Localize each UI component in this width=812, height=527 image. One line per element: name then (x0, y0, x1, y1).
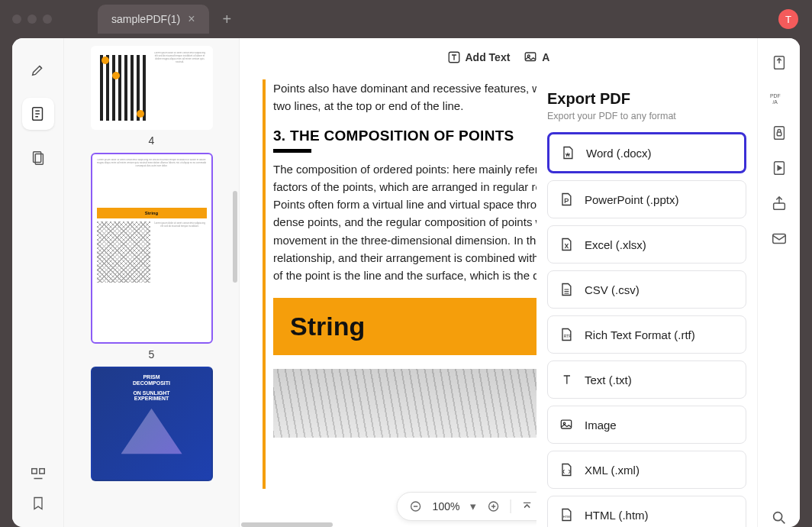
option-label: Word (.docx) (586, 147, 652, 160)
export-title: Export PDF (547, 90, 746, 108)
mail-icon[interactable] (770, 229, 788, 247)
share-icon[interactable] (770, 194, 788, 212)
horizontal-scrollbar[interactable] (241, 522, 333, 527)
add-image-label: A (542, 51, 549, 63)
minimize-window[interactable] (27, 15, 37, 24)
svg-text:HTM: HTM (563, 515, 571, 519)
export-subtitle: Export your PDF to any format (547, 111, 746, 121)
form-icon (30, 466, 47, 483)
highlighter-tool[interactable] (22, 53, 54, 86)
svg-rect-17 (774, 127, 784, 140)
left-tool-rail (12, 38, 64, 527)
zoom-dropdown[interactable]: ▾ (470, 500, 476, 513)
separator (510, 500, 511, 513)
option-label: CSV (.csv) (585, 283, 640, 296)
right-tool-rail: PDF/A (757, 38, 800, 527)
pages-icon (30, 150, 47, 167)
ppt-icon (559, 192, 574, 207)
export-option-excel[interactable]: Excel (.xlsx) (547, 225, 746, 264)
export-option-powerpoint[interactable]: PowerPoint (.pptx) (547, 180, 746, 218)
export-option-txt[interactable]: Text (.txt) (547, 360, 746, 399)
bookmark-tool[interactable] (31, 495, 46, 512)
svg-point-22 (773, 512, 781, 521)
thumbnail-panel[interactable]: Lorem ipsum dolor sit amet consectetur a… (64, 38, 240, 527)
close-tab-icon[interactable]: × (188, 12, 195, 26)
first-page-button[interactable] (521, 501, 532, 512)
tab-title: samplePDF(1) (111, 13, 180, 25)
export-option-xml[interactable]: XML (.xml) (547, 451, 746, 489)
option-label: HTML (.htm) (585, 509, 649, 522)
user-avatar[interactable]: T (778, 9, 798, 29)
option-label: Text (.txt) (585, 373, 632, 386)
word-icon (560, 145, 575, 160)
csv-icon (559, 282, 574, 297)
svg-text:/A: /A (772, 99, 778, 105)
image-icon (559, 417, 574, 432)
svg-rect-21 (772, 234, 785, 244)
option-label: Image (585, 419, 617, 432)
window-controls (12, 15, 52, 24)
protect-icon[interactable] (770, 124, 788, 142)
window-titlebar: samplePDF(1) × + T (0, 0, 812, 38)
svg-rect-20 (773, 203, 785, 209)
form-tool[interactable] (30, 466, 47, 483)
avatar-initial: T (785, 14, 791, 25)
document-tab[interactable]: samplePDF(1) × (98, 5, 209, 34)
close-window[interactable] (12, 15, 21, 24)
thumbnail-4[interactable]: Lorem ipsum dolor sit amet consectetur a… (79, 46, 224, 147)
top-toolbar: Add Text A (240, 38, 757, 76)
txt-icon (559, 372, 574, 387)
thumbnail-5[interactable]: Lorem ipsum dolor sit amet consectetur a… (79, 153, 224, 360)
option-label: Excel (.xlsx) (585, 238, 646, 251)
play-icon[interactable] (770, 159, 788, 177)
rtf-icon: RTF (559, 327, 574, 342)
export-option-html[interactable]: HTM HTML (.htm) (547, 496, 746, 527)
annotate-tool[interactable] (22, 98, 54, 130)
thumbs-scrollbar[interactable] (233, 191, 237, 283)
export-option-rtf[interactable]: RTF Rich Text Format (.rtf) (547, 315, 746, 354)
convert-icon[interactable] (770, 53, 788, 72)
svg-rect-4 (39, 469, 44, 474)
pages-tool[interactable] (22, 142, 54, 174)
zoom-value[interactable]: 100% (433, 500, 460, 512)
excel-icon (559, 237, 574, 252)
workspace: Lorem ipsum dolor sit amet consectetur a… (12, 38, 800, 527)
export-option-word[interactable]: Word (.docx) (547, 132, 746, 173)
bookmark-icon (31, 495, 46, 512)
svg-rect-18 (777, 132, 781, 136)
add-text-button[interactable]: Add Text (447, 50, 511, 64)
annotate-icon (30, 105, 47, 122)
search-icon[interactable] (770, 509, 788, 527)
export-pdf-panel: Export PDF Export your PDF to any format… (536, 76, 754, 527)
add-text-label: Add Text (466, 51, 511, 63)
pdfa-icon[interactable]: PDF/A (770, 89, 788, 107)
zoom-in-button[interactable] (487, 500, 499, 512)
maximize-window[interactable] (43, 15, 52, 24)
export-option-csv[interactable]: CSV (.csv) (547, 270, 746, 309)
thumb-page-num: 5 (79, 348, 224, 360)
export-option-image[interactable]: Image (547, 406, 746, 444)
zoom-out-button[interactable] (410, 500, 422, 512)
highlighter-icon (30, 61, 47, 78)
heading-rule (273, 149, 311, 153)
new-tab-button[interactable]: + (223, 11, 232, 28)
add-image-button[interactable]: A (524, 50, 549, 64)
option-label: Rich Text Format (.rtf) (585, 328, 695, 341)
image-icon (524, 50, 537, 64)
svg-text:PDF: PDF (770, 93, 781, 99)
svg-text:RTF: RTF (564, 334, 572, 338)
text-icon (447, 50, 461, 64)
thumb-page-num: 4 (79, 134, 224, 147)
svg-rect-3 (31, 469, 36, 474)
xml-icon (559, 462, 574, 477)
thumbnail-6[interactable]: PRISMDECOMPOSITI ON SUNLIGHTEXPERIMENT (79, 367, 224, 481)
option-label: PowerPoint (.pptx) (585, 193, 678, 206)
option-label: XML (.xml) (585, 464, 640, 477)
html-icon: HTM (559, 507, 574, 522)
svg-rect-11 (561, 420, 571, 428)
